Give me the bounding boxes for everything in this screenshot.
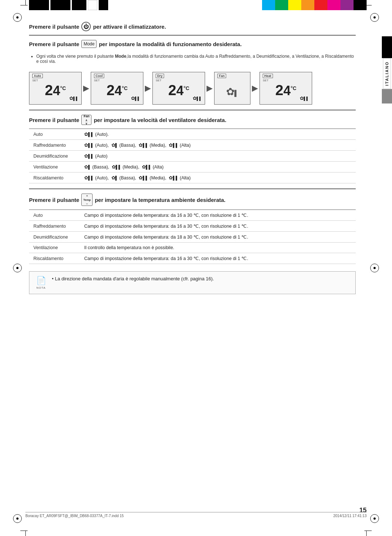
panel-cool-fan-icon: ✿▌▌ [131, 95, 140, 101]
sidebar-gray-block [382, 89, 392, 103]
note-text: • La direzione della mandata d'aria è re… [52, 276, 214, 281]
fan-desc-raffreddamento: ✿▌▌ (Auto), ✿▌ (Bassa), ✿▌▌ (Media), ✿▌▌… [80, 140, 356, 151]
temp-mode-raffreddamento: Raffreddamento [29, 221, 80, 232]
panel-heat-fan-icon: ✿▌▌ [300, 95, 309, 101]
crop-mark [20, 531, 28, 531]
table-row: Auto Campo di impostazione della tempera… [29, 210, 356, 221]
temp-table: Auto Campo di impostazione della tempera… [29, 210, 356, 264]
section1-heading: Premere il pulsante ⏻ per attivare il cl… [29, 22, 356, 35]
section2-bullet-item: Ogni volta che viene premuto il pulsante… [36, 54, 356, 64]
table-row: Auto ✿▌▌ (Auto). [29, 129, 356, 140]
sidebar: ITALIANO [382, 29, 392, 507]
fan-desc-deumidificazione: ✿▌▌ (Auto) [80, 151, 356, 162]
registration-mark [13, 13, 22, 22]
fan-mode-raffreddamento: Raffreddamento [29, 140, 80, 151]
section1-prefix: Premere il pulsante [29, 24, 79, 30]
crop-mark [25, 531, 26, 536]
nota-label: NOTA [36, 286, 46, 289]
footer: Boracay ET_AR09FSFT@_IBIM_DB68-03377A_IT… [25, 512, 367, 518]
temp-mode-auto: Auto [29, 210, 80, 221]
fan-button-icon: Fan ∧∨ [81, 115, 91, 125]
section3-heading: Premere il pulsante Fan ∧∨ per impostare… [29, 110, 356, 129]
note-box: 📄 NOTA • La direzione della mandata d'ar… [29, 271, 356, 294]
arrow-icon-4: ▶ [250, 84, 260, 93]
table-row: Deumidificazione ✿▌▌ (Auto) [29, 151, 356, 162]
panel-heat-label: Heat [263, 74, 273, 78]
crop-mark [364, 531, 372, 531]
print-registration-blocks [29, 0, 108, 10]
table-row: Riscaldamento Campo di impostazione dell… [29, 253, 356, 264]
panel-auto: Auto SET 24°C ✿▌▌ [29, 72, 82, 105]
panel-auto-set: SET [32, 79, 38, 82]
section2-suffix: per impostare la modalità di funzionamen… [99, 41, 241, 47]
panel-dry-temp: 24°C [168, 83, 189, 97]
table-row: Ventilazione ✿▌ (Bassa), ✿▌▌ (Media), ✿▌… [29, 162, 356, 172]
panel-heat-temp: 24°C [275, 83, 297, 97]
section2-heading: Premere il pulsante Mode per impostare l… [29, 35, 356, 52]
arrow-icon-2: ▶ [143, 84, 152, 93]
footer-right: 2014/12/11 17:41:13 [333, 514, 367, 518]
crop-mark [366, 0, 367, 5]
footer-left: Boracay ET_AR09FSFT@_IBIM_DB68-03377A_IT… [25, 514, 124, 518]
panel-dry: Dry SET 24°C ✿▌▌ [152, 72, 205, 105]
panel-fan-label: Fan [217, 74, 226, 78]
temp-desc-auto: Campo di impostazione della temperatura:… [80, 210, 356, 221]
registration-mark [13, 264, 22, 272]
panel-dry-label: Dry [156, 74, 164, 78]
table-row: Ventilazione Il controllo della temperat… [29, 243, 356, 253]
panel-heat-set: SET [263, 79, 269, 82]
panel-auto-fan-icon: ✿▌▌ [69, 95, 78, 101]
temp-mode-deumidificazione: Deumidificazione [29, 232, 80, 243]
table-row: Raffreddamento ✿▌▌ (Auto), ✿▌ (Bassa), ✿… [29, 140, 356, 151]
panel-cool-temp: 24°C [107, 83, 128, 97]
registration-mark [370, 264, 379, 272]
temp-mode-ventilazione: Ventilazione [29, 243, 80, 253]
section4-prefix: Premere il pulsante [29, 197, 79, 203]
fan-desc-ventilazione: ✿▌ (Bassa), ✿▌▌ (Media), ✿▌▌ (Alta) [80, 162, 356, 172]
panel-fan: Fan ✿▌ [214, 72, 250, 105]
section4-suffix: per impostare la temperatura ambiente de… [95, 197, 225, 203]
panel-cool: Cool SET 24°C ✿▌▌ [91, 72, 143, 105]
panel-cool-set: SET [94, 79, 100, 82]
fan-mode-auto: Auto [29, 129, 80, 140]
fan-mode-deumidificazione: Deumidificazione [29, 151, 80, 162]
temp-desc-ventilazione: Il controllo della temperatura non è pos… [80, 243, 356, 253]
table-row: Deumidificazione Campo di impostazione d… [29, 232, 356, 243]
panel-heat: Heat SET 24°C ✿▌▌ [260, 72, 312, 105]
registration-mark [370, 514, 379, 523]
panel-fan-icon: ✿▌ [226, 86, 238, 98]
crop-mark [25, 0, 26, 5]
section3-prefix: Premere il pulsante [29, 117, 79, 123]
panel-dry-fan-icon: ✿▌▌ [193, 95, 202, 101]
panel-auto-label: Auto [32, 74, 43, 78]
section3-suffix: per impostare la velocità del ventilator… [94, 117, 226, 123]
note-document-icon: 📄 [36, 276, 46, 285]
panel-dry-set: SET [156, 79, 162, 82]
fan-mode-ventilazione: Ventilazione [29, 162, 80, 172]
crop-mark [364, 5, 372, 5]
table-row: Raffreddamento Campo di impostazione del… [29, 221, 356, 232]
section4-heading: Premere il pulsante + Temp − per imposta… [29, 188, 356, 210]
temp-desc-raffreddamento: Campo di impostazione della temperatura:… [80, 221, 356, 232]
fan-desc-riscaldamento: ✿▌▌ (Auto), ✿▌ (Bassa), ✿▌▌ (Media), ✿▌▌… [80, 172, 356, 183]
mode-button-icon: Mode [81, 40, 97, 48]
mode-display-panels: Auto SET 24°C ✿▌▌ ▶ Cool SET 24°C ✿▌▌ ▶ … [29, 72, 356, 105]
temp-desc-riscaldamento: Campo di impostazione della temperatura:… [80, 253, 356, 264]
section1-suffix: per attivare il climatizzatore. [93, 24, 166, 30]
temp-desc-deumidificazione: Campo di impostazione della temperatura:… [80, 232, 356, 243]
note-icon-wrap: 📄 NOTA [34, 276, 48, 289]
section2-bullet-list: Ogni volta che viene premuto il pulsante… [29, 52, 356, 68]
registration-mark [370, 13, 379, 22]
crop-mark [20, 5, 28, 5]
fan-desc-auto: ✿▌▌ (Auto). [80, 129, 356, 140]
sidebar-language-label: ITALIANO [383, 58, 391, 89]
power-button-icon: ⏻ [81, 22, 91, 31]
table-row: Riscaldamento ✿▌▌ (Auto), ✿▌ (Bassa), ✿▌… [29, 172, 356, 183]
panel-auto-temp: 24°C [45, 83, 66, 97]
temp-button-icon: + Temp − [81, 194, 93, 206]
section2-prefix: Premere il pulsante [29, 41, 79, 47]
panel-cool-label: Cool [94, 74, 104, 78]
main-content: Premere il pulsante ⏻ per attivare il cl… [29, 22, 367, 294]
fan-speed-table: Auto ✿▌▌ (Auto). Raffreddamento ✿▌▌ (Aut… [29, 129, 356, 183]
fan-mode-riscaldamento: Riscaldamento [29, 172, 80, 183]
